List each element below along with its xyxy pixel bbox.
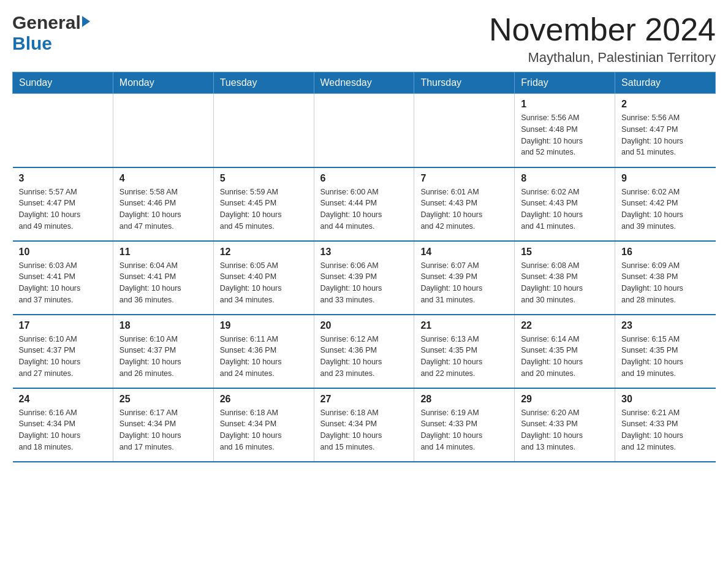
logo-general: General (12, 12, 81, 33)
day-number: 8 (521, 173, 609, 184)
day-number: 26 (220, 394, 308, 405)
day-info: Sunrise: 6:10 AM Sunset: 4:37 PM Dayligh… (119, 334, 207, 380)
day-number: 10 (19, 247, 107, 258)
day-info: Sunrise: 6:05 AM Sunset: 4:40 PM Dayligh… (220, 260, 308, 306)
day-info: Sunrise: 5:59 AM Sunset: 4:45 PM Dayligh… (220, 186, 308, 232)
day-info: Sunrise: 6:02 AM Sunset: 4:42 PM Dayligh… (621, 186, 709, 232)
day-number: 5 (220, 173, 308, 184)
day-info: Sunrise: 5:56 AM Sunset: 4:48 PM Dayligh… (521, 112, 609, 158)
day-info: Sunrise: 6:15 AM Sunset: 4:35 PM Dayligh… (621, 334, 709, 380)
calendar-cell: 22Sunrise: 6:14 AM Sunset: 4:35 PM Dayli… (515, 315, 615, 388)
day-info: Sunrise: 6:06 AM Sunset: 4:39 PM Dayligh… (320, 260, 408, 306)
day-info: Sunrise: 6:01 AM Sunset: 4:43 PM Dayligh… (420, 186, 508, 232)
day-number: 20 (320, 320, 408, 331)
day-number: 23 (621, 320, 709, 331)
calendar-cell: 21Sunrise: 6:13 AM Sunset: 4:35 PM Dayli… (414, 315, 515, 388)
calendar-cell: 9Sunrise: 6:02 AM Sunset: 4:42 PM Daylig… (615, 167, 716, 241)
calendar-cell: 28Sunrise: 6:19 AM Sunset: 4:33 PM Dayli… (414, 388, 515, 462)
day-info: Sunrise: 6:08 AM Sunset: 4:38 PM Dayligh… (521, 260, 609, 306)
day-info: Sunrise: 6:07 AM Sunset: 4:39 PM Dayligh… (420, 260, 508, 306)
day-info: Sunrise: 6:04 AM Sunset: 4:41 PM Dayligh… (119, 260, 207, 306)
calendar-week-row: 24Sunrise: 6:16 AM Sunset: 4:34 PM Dayli… (13, 388, 716, 462)
calendar-cell (113, 94, 213, 167)
day-number: 9 (621, 173, 709, 184)
day-info: Sunrise: 6:16 AM Sunset: 4:34 PM Dayligh… (19, 407, 107, 453)
calendar-table: SundayMondayTuesdayWednesdayThursdayFrid… (12, 72, 716, 462)
calendar-cell: 25Sunrise: 6:17 AM Sunset: 4:34 PM Dayli… (113, 388, 213, 462)
calendar-cell (213, 94, 314, 167)
day-number: 14 (420, 247, 508, 258)
calendar-cell: 15Sunrise: 6:08 AM Sunset: 4:38 PM Dayli… (515, 241, 615, 315)
calendar-cell: 3Sunrise: 5:57 AM Sunset: 4:47 PM Daylig… (13, 167, 113, 241)
day-number: 17 (19, 320, 107, 331)
day-info: Sunrise: 6:19 AM Sunset: 4:33 PM Dayligh… (420, 407, 508, 453)
day-number: 6 (320, 173, 408, 184)
calendar-cell: 6Sunrise: 6:00 AM Sunset: 4:44 PM Daylig… (314, 167, 414, 241)
day-number: 15 (521, 247, 609, 258)
page-header: General Blue November 2024 Maythalun, Pa… (12, 12, 716, 66)
day-info: Sunrise: 5:57 AM Sunset: 4:47 PM Dayligh… (19, 186, 107, 232)
day-number: 1 (521, 99, 609, 110)
day-number: 19 (220, 320, 308, 331)
weekday-header-friday: Friday (515, 72, 615, 94)
calendar-cell: 24Sunrise: 6:16 AM Sunset: 4:34 PM Dayli… (13, 388, 113, 462)
calendar-week-row: 1Sunrise: 5:56 AM Sunset: 4:48 PM Daylig… (13, 94, 716, 167)
calendar-cell: 17Sunrise: 6:10 AM Sunset: 4:37 PM Dayli… (13, 315, 113, 388)
day-info: Sunrise: 6:12 AM Sunset: 4:36 PM Dayligh… (320, 334, 408, 380)
day-info: Sunrise: 6:14 AM Sunset: 4:35 PM Dayligh… (521, 334, 609, 380)
calendar-cell (13, 94, 113, 167)
logo-blue: Blue (12, 33, 52, 53)
calendar-body: 1Sunrise: 5:56 AM Sunset: 4:48 PM Daylig… (13, 94, 716, 462)
weekday-header-tuesday: Tuesday (213, 72, 314, 94)
calendar-week-row: 10Sunrise: 6:03 AM Sunset: 4:41 PM Dayli… (13, 241, 716, 315)
calendar-cell: 14Sunrise: 6:07 AM Sunset: 4:39 PM Dayli… (414, 241, 515, 315)
logo: General Blue (12, 12, 90, 54)
day-number: 11 (119, 247, 207, 258)
calendar-cell (314, 94, 414, 167)
day-number: 25 (119, 394, 207, 405)
calendar-cell: 10Sunrise: 6:03 AM Sunset: 4:41 PM Dayli… (13, 241, 113, 315)
calendar-cell: 5Sunrise: 5:59 AM Sunset: 4:45 PM Daylig… (213, 167, 314, 241)
day-number: 29 (521, 394, 609, 405)
logo-arrow-icon (82, 16, 90, 27)
day-number: 30 (621, 394, 709, 405)
calendar-week-row: 3Sunrise: 5:57 AM Sunset: 4:47 PM Daylig… (13, 167, 716, 241)
day-info: Sunrise: 6:18 AM Sunset: 4:34 PM Dayligh… (220, 407, 308, 453)
weekday-header-sunday: Sunday (13, 72, 113, 94)
day-number: 18 (119, 320, 207, 331)
calendar-cell: 29Sunrise: 6:20 AM Sunset: 4:33 PM Dayli… (515, 388, 615, 462)
day-info: Sunrise: 6:02 AM Sunset: 4:43 PM Dayligh… (521, 186, 609, 232)
calendar-cell: 19Sunrise: 6:11 AM Sunset: 4:36 PM Dayli… (213, 315, 314, 388)
weekday-header-wednesday: Wednesday (314, 72, 414, 94)
calendar-cell: 30Sunrise: 6:21 AM Sunset: 4:33 PM Dayli… (615, 388, 716, 462)
day-number: 7 (420, 173, 508, 184)
calendar-week-row: 17Sunrise: 6:10 AM Sunset: 4:37 PM Dayli… (13, 315, 716, 388)
weekday-header-thursday: Thursday (414, 72, 515, 94)
calendar-cell: 12Sunrise: 6:05 AM Sunset: 4:40 PM Dayli… (213, 241, 314, 315)
calendar-cell: 27Sunrise: 6:18 AM Sunset: 4:34 PM Dayli… (314, 388, 414, 462)
month-title: November 2024 (489, 12, 716, 47)
day-info: Sunrise: 6:00 AM Sunset: 4:44 PM Dayligh… (320, 186, 408, 232)
calendar-cell (414, 94, 515, 167)
calendar-cell: 23Sunrise: 6:15 AM Sunset: 4:35 PM Dayli… (615, 315, 716, 388)
weekday-header-row: SundayMondayTuesdayWednesdayThursdayFrid… (13, 72, 716, 94)
day-info: Sunrise: 6:20 AM Sunset: 4:33 PM Dayligh… (521, 407, 609, 453)
location-subtitle: Maythalun, Palestinian Territory (489, 50, 716, 66)
day-number: 24 (19, 394, 107, 405)
calendar-cell: 11Sunrise: 6:04 AM Sunset: 4:41 PM Dayli… (113, 241, 213, 315)
calendar-cell: 1Sunrise: 5:56 AM Sunset: 4:48 PM Daylig… (515, 94, 615, 167)
day-info: Sunrise: 6:09 AM Sunset: 4:38 PM Dayligh… (621, 260, 709, 306)
calendar-cell: 2Sunrise: 5:56 AM Sunset: 4:47 PM Daylig… (615, 94, 716, 167)
calendar-header: SundayMondayTuesdayWednesdayThursdayFrid… (13, 72, 716, 94)
calendar-cell: 16Sunrise: 6:09 AM Sunset: 4:38 PM Dayli… (615, 241, 716, 315)
day-number: 16 (621, 247, 709, 258)
weekday-header-saturday: Saturday (615, 72, 716, 94)
day-number: 28 (420, 394, 508, 405)
title-section: November 2024 Maythalun, Palestinian Ter… (489, 12, 716, 66)
day-info: Sunrise: 5:58 AM Sunset: 4:46 PM Dayligh… (119, 186, 207, 232)
day-info: Sunrise: 6:13 AM Sunset: 4:35 PM Dayligh… (420, 334, 508, 380)
calendar-cell: 20Sunrise: 6:12 AM Sunset: 4:36 PM Dayli… (314, 315, 414, 388)
day-info: Sunrise: 6:11 AM Sunset: 4:36 PM Dayligh… (220, 334, 308, 380)
day-number: 2 (621, 99, 709, 110)
day-number: 4 (119, 173, 207, 184)
